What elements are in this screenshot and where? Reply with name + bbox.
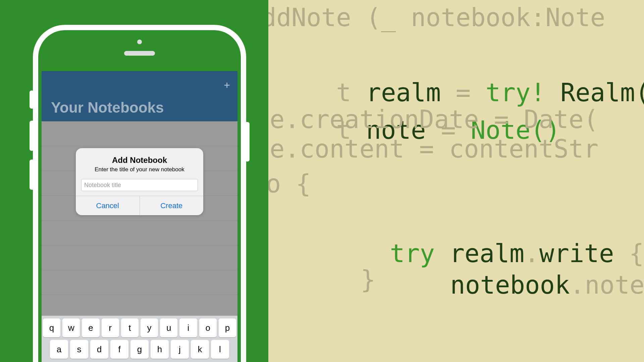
key[interactable]: d bbox=[90, 340, 108, 359]
dialog-message: Enter the title of your new notebook bbox=[76, 166, 203, 178]
key[interactable]: g bbox=[130, 340, 149, 359]
keyboard-row-2: a s d f g h j k l bbox=[43, 340, 236, 359]
key[interactable]: y bbox=[141, 318, 158, 337]
key[interactable]: a bbox=[50, 340, 68, 359]
keyboard[interactable]: q w e r t y u i o p a s d f g h bbox=[42, 316, 237, 362]
key[interactable]: r bbox=[102, 318, 119, 337]
page-title: Your Notebooks bbox=[51, 99, 164, 116]
key[interactable]: o bbox=[199, 318, 217, 337]
notebook-title-input[interactable]: Notebook title bbox=[81, 179, 198, 191]
code-line: } bbox=[361, 261, 376, 298]
key[interactable]: s bbox=[70, 340, 88, 359]
add-icon[interactable]: + bbox=[224, 79, 230, 92]
key[interactable]: h bbox=[151, 340, 169, 359]
navbar: + Your Notebooks bbox=[42, 71, 237, 121]
key[interactable]: k bbox=[191, 340, 209, 359]
code-panel: addNote (_ notebook:Note t realm = try! … bbox=[260, 0, 644, 362]
phone-camera-icon bbox=[137, 40, 142, 44]
key[interactable]: u bbox=[160, 318, 177, 337]
code-line: ote.content = contentStr bbox=[260, 130, 598, 168]
dialog-title: Add Notebook bbox=[76, 148, 203, 166]
phone-screen: + Your Notebooks Add Notebook Enter the … bbox=[42, 71, 237, 362]
phone-speaker-icon bbox=[124, 51, 155, 56]
cancel-button[interactable]: Cancel bbox=[76, 196, 140, 215]
key[interactable]: l bbox=[211, 340, 229, 359]
key[interactable]: q bbox=[43, 318, 60, 337]
key[interactable]: f bbox=[110, 340, 128, 359]
phone-mute-switch-icon bbox=[30, 90, 34, 109]
phone-volume-down-icon bbox=[30, 160, 34, 190]
key[interactable]: e bbox=[82, 318, 99, 337]
key[interactable]: p bbox=[219, 318, 236, 337]
key[interactable]: w bbox=[62, 318, 80, 337]
code-line: addNote (_ notebook:Note bbox=[260, 0, 605, 36]
phone-frame: + Your Notebooks Add Notebook Enter the … bbox=[33, 25, 246, 362]
phone-power-button-icon bbox=[246, 122, 250, 162]
code-line: notebook.notes.ap bbox=[361, 229, 644, 341]
key[interactable]: i bbox=[179, 318, 197, 337]
add-notebook-dialog: Add Notebook Enter the title of your new… bbox=[76, 148, 203, 215]
key[interactable]: t bbox=[121, 318, 139, 337]
keyboard-row-1: q w e r t y u i o p bbox=[43, 318, 236, 337]
key[interactable]: j bbox=[171, 340, 189, 359]
phone-volume-up-icon bbox=[30, 121, 34, 151]
create-button[interactable]: Create bbox=[140, 196, 204, 215]
